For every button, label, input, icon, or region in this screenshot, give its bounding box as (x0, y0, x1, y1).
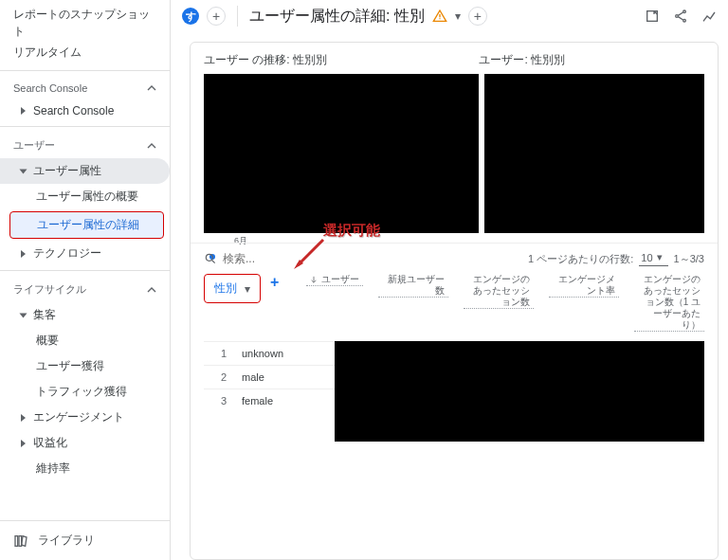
insights-icon[interactable] (701, 9, 717, 24)
nav-acquisition[interactable]: 集客 (0, 302, 170, 328)
add-comparison-button[interactable]: + (207, 7, 226, 26)
suggestion-badge[interactable]: す (182, 8, 199, 25)
nav-traffic-acquisition[interactable]: トラフィック獲得 (0, 379, 170, 405)
annotation-text: 選択可能 (323, 222, 380, 240)
nav-monetization[interactable]: 収益化 (0, 430, 170, 456)
caret-down-icon: ▾ (245, 282, 250, 296)
report-card: ユーザー の推移: 性別別 ユーザー: 性別別 6月 male female (190, 42, 719, 560)
nav-acq-overview[interactable]: 概要 (0, 328, 170, 353)
svg-point-6 (676, 15, 679, 18)
nav-realtime[interactable]: リアルタイム (13, 44, 156, 61)
warning-icon[interactable] (432, 9, 447, 24)
caret-right-icon (21, 250, 26, 258)
nav-engagement[interactable]: エンゲージメント (0, 405, 170, 430)
add-button[interactable]: + (468, 7, 487, 26)
nav-technology[interactable]: テクノロジー (0, 241, 170, 266)
nav-user-attr-detail[interactable]: ユーザー属性の詳細 (9, 211, 164, 239)
page-range: 1～3/3 (674, 252, 704, 266)
chevron-up-icon (147, 285, 156, 295)
svg-point-5 (683, 10, 686, 13)
svg-point-2 (439, 18, 440, 19)
share-icon[interactable] (673, 9, 688, 24)
dimension-picker[interactable]: 性別 ▾ (204, 274, 261, 303)
svg-point-7 (683, 19, 686, 22)
metric-users[interactable]: ユーザー (306, 274, 363, 286)
page-title: ユーザー属性の詳細: 性別 (249, 7, 425, 27)
divider (237, 6, 238, 27)
rows-per-page-label: 1 ページあたりの行数: (528, 252, 633, 266)
sidebar: レポートのスナップショット リアルタイム Search Console Sear… (0, 0, 171, 560)
chart-right-title: ユーザー: 性別別 (479, 52, 704, 68)
svg-point-8 (206, 254, 212, 261)
sort-down-icon (310, 276, 318, 283)
add-dimension-button[interactable]: + (270, 274, 279, 291)
nav-library[interactable]: ライブラリ (0, 520, 170, 560)
metric-new-users[interactable]: 新規ユーザー数 (378, 274, 448, 298)
caret-down-icon (20, 169, 27, 173)
title-dropdown[interactable]: ▾ (455, 9, 461, 23)
caret-right-icon (21, 440, 26, 447)
table-row[interactable]: 1unknown (204, 342, 337, 366)
line-chart-placeholder (204, 74, 479, 233)
caret-down-icon: ▾ (657, 251, 663, 263)
section-search-console[interactable]: Search Console (0, 75, 170, 99)
chevron-up-icon (147, 141, 156, 151)
customize-icon[interactable] (645, 9, 660, 24)
table-row[interactable]: 2male (204, 366, 337, 389)
rows-per-page-select[interactable]: 10 ▾ (639, 251, 667, 266)
nav-search-console[interactable]: Search Console (0, 99, 170, 122)
caret-right-icon (21, 414, 26, 422)
dimension-table: 1unknown 2male 3female (204, 341, 337, 412)
svg-rect-3 (439, 14, 440, 17)
nav-user-acquisition[interactable]: ユーザー獲得 (0, 353, 170, 379)
table-row[interactable]: 3female (204, 389, 337, 413)
section-user[interactable]: ユーザー (0, 131, 170, 158)
metric-engaged-sessions-per-user[interactable]: エンゲージのあったセッション数（1 ユーザーあたり） (634, 274, 704, 332)
nav-retention[interactable]: 維持率 (0, 456, 170, 481)
svg-rect-0 (15, 535, 18, 546)
nav-user-attr-overview[interactable]: ユーザー属性の概要 (0, 184, 170, 209)
chart-left-title: ユーザー の推移: 性別別 (204, 52, 479, 68)
chevron-up-icon (147, 83, 156, 93)
caret-down-icon (20, 313, 27, 317)
library-icon (13, 533, 28, 549)
metric-engaged-sessions[interactable]: エンゲージのあったセッション数 (464, 274, 534, 309)
metric-engagement-rate[interactable]: エンゲージメント率 (549, 274, 619, 298)
table-values-placeholder (335, 341, 704, 442)
nav-report-snapshot[interactable]: レポートのスナップショット (13, 6, 156, 40)
annotation-arrow-icon (290, 235, 328, 273)
search-icon (204, 252, 217, 265)
nav-user-attributes[interactable]: ユーザー属性 (0, 158, 170, 184)
caret-right-icon (21, 107, 26, 115)
bar-chart-placeholder (484, 74, 704, 233)
section-lifecycle[interactable]: ライフサイクル (0, 275, 170, 302)
topbar: す + ユーザー属性の詳細: 性別 ▾ + (171, 0, 728, 32)
